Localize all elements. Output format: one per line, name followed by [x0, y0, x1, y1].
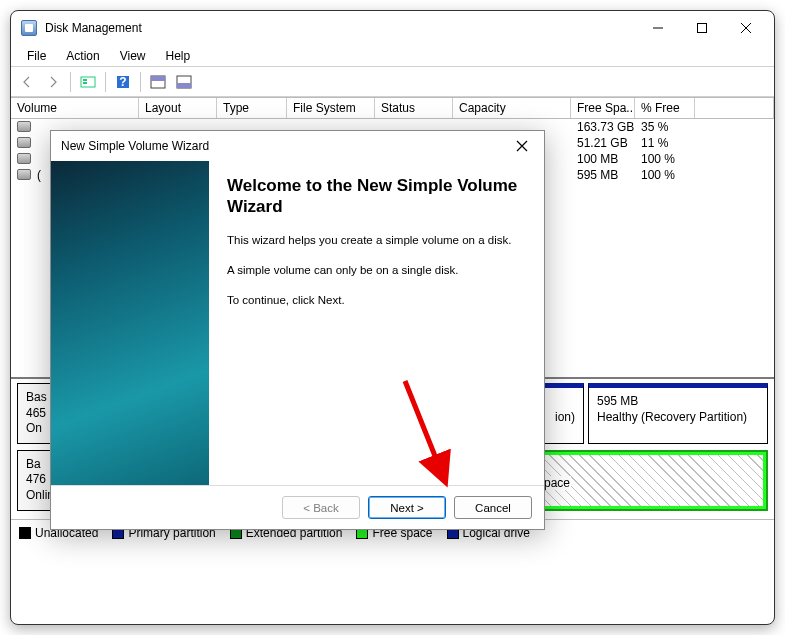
- partition-size: 595 MB: [597, 394, 759, 410]
- forward-icon: [41, 70, 65, 94]
- partition-recovery[interactable]: 595 MB Healthy (Recovery Partition): [588, 383, 768, 444]
- toolbar-separator: [140, 72, 141, 92]
- next-button[interactable]: Next >: [368, 496, 446, 519]
- maximize-button[interactable]: [680, 14, 724, 42]
- view-top-icon[interactable]: [146, 70, 170, 94]
- dialog-close-button[interactable]: [510, 134, 534, 158]
- back-button: < Back: [282, 496, 360, 519]
- svg-rect-2: [83, 79, 87, 81]
- cell-free: 163.73 GB: [571, 119, 635, 135]
- refresh-icon[interactable]: [76, 70, 100, 94]
- wizard-heading: Welcome to the New Simple Volume Wizard: [227, 175, 526, 218]
- toolbar: ?: [11, 67, 774, 97]
- menu-file[interactable]: File: [17, 47, 56, 65]
- drive-icon: [17, 169, 31, 180]
- menu-action[interactable]: Action: [56, 47, 109, 65]
- app-icon: [21, 20, 37, 36]
- titlebar: Disk Management: [11, 11, 774, 45]
- menu-view[interactable]: View: [110, 47, 156, 65]
- view-bottom-icon[interactable]: [172, 70, 196, 94]
- cell-pct: 11 %: [635, 135, 695, 151]
- drive-icon: [17, 137, 31, 148]
- cell-free: 100 MB: [571, 151, 635, 167]
- wizard-main: Welcome to the New Simple Volume Wizard …: [209, 161, 544, 485]
- col-filesystem[interactable]: File System: [287, 98, 375, 118]
- cell-pct: 100 %: [635, 167, 695, 183]
- cancel-button[interactable]: Cancel: [454, 496, 532, 519]
- dialog-title: New Simple Volume Wizard: [61, 139, 510, 153]
- cell-free: 595 MB: [571, 167, 635, 183]
- svg-rect-9: [177, 83, 191, 88]
- cell-pct: 100 %: [635, 151, 695, 167]
- wizard-text: This wizard helps you create a simple vo…: [227, 232, 526, 248]
- col-capacity[interactable]: Capacity: [453, 98, 571, 118]
- toolbar-separator: [70, 72, 71, 92]
- help-icon[interactable]: ?: [111, 70, 135, 94]
- new-simple-volume-wizard-dialog: New Simple Volume Wizard Welcome to the …: [50, 130, 545, 530]
- wizard-text: A simple volume can only be on a single …: [227, 262, 526, 278]
- col-pctfree[interactable]: % Free: [635, 98, 695, 118]
- svg-rect-0: [698, 24, 707, 33]
- wizard-side-banner: [51, 161, 209, 485]
- col-status[interactable]: Status: [375, 98, 453, 118]
- menubar: File Action View Help: [11, 45, 774, 67]
- col-layout[interactable]: Layout: [139, 98, 217, 118]
- drive-icon: [17, 121, 31, 132]
- svg-rect-3: [83, 82, 87, 84]
- svg-rect-7: [151, 76, 165, 81]
- volume-list-header: Volume Layout Type File System Status Ca…: [11, 98, 774, 119]
- window-title: Disk Management: [45, 21, 636, 35]
- dialog-titlebar: New Simple Volume Wizard: [51, 131, 544, 161]
- back-icon: [15, 70, 39, 94]
- minimize-button[interactable]: [636, 14, 680, 42]
- cell-free: 51.21 GB: [571, 135, 635, 151]
- wizard-text: To continue, click Next.: [227, 292, 526, 308]
- close-button[interactable]: [724, 14, 768, 42]
- svg-text:?: ?: [119, 75, 126, 89]
- drive-icon: [17, 153, 31, 164]
- menu-help[interactable]: Help: [156, 47, 201, 65]
- dialog-body: Welcome to the New Simple Volume Wizard …: [51, 161, 544, 485]
- dialog-footer: < Back Next > Cancel: [51, 485, 544, 529]
- partition-status: Healthy (Recovery Partition): [597, 410, 759, 426]
- col-type[interactable]: Type: [217, 98, 287, 118]
- cell-pct: 35 %: [635, 119, 695, 135]
- col-freespace[interactable]: Free Spa...: [571, 98, 635, 118]
- toolbar-separator: [105, 72, 106, 92]
- col-volume[interactable]: Volume: [11, 98, 139, 118]
